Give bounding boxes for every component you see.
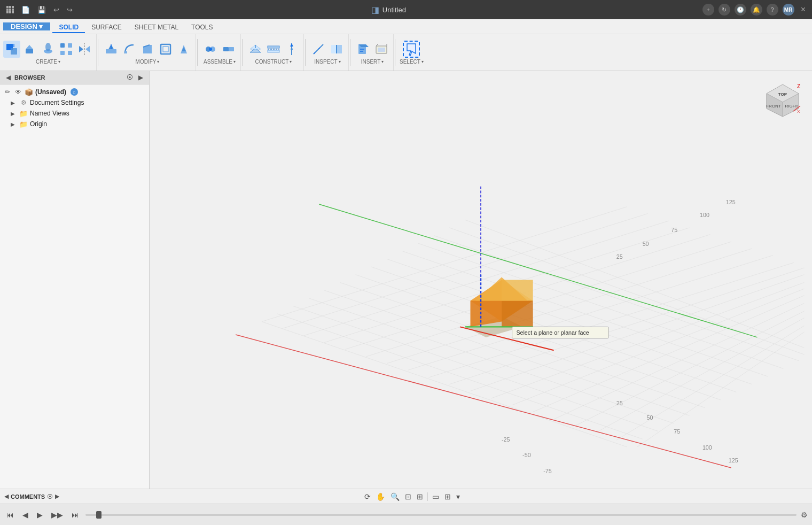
orbit-icon[interactable]: ⟳: [363, 491, 372, 502]
browser-doc-settings[interactable]: ▶ ⚙ Document Settings: [0, 97, 149, 108]
document-title: Untitled: [382, 6, 406, 14]
comments-right-button[interactable]: ▶: [55, 493, 59, 500]
svg-text:25: 25: [616, 400, 623, 406]
timeline-start-button[interactable]: ⏮: [4, 509, 16, 520]
browser-content: ✏ 👁 📦 (Unsaved) ⌂ ▶ ⚙ Document Settings …: [0, 84, 149, 489]
bottom-bar: ◀ COMMENTS ⦿ ▶ ⟳ ✋ 🔍 ⊡ ⊞ ▭ ⊞ ▾: [0, 489, 812, 504]
insert-icons: [355, 41, 390, 58]
construct-label[interactable]: CONSTRUCT▾: [255, 59, 292, 65]
undo-button[interactable]: ↩: [51, 5, 61, 15]
sep-5: [350, 39, 350, 66]
axis-icon[interactable]: [283, 41, 300, 58]
display-mode-icon[interactable]: ▭: [431, 491, 440, 502]
home-button[interactable]: ⌂: [71, 88, 78, 96]
svg-text:RIGHT: RIGHT: [785, 104, 799, 109]
press-pull-icon[interactable]: [103, 41, 120, 58]
comments-expand-button[interactable]: ◀: [4, 493, 9, 500]
midplane-icon[interactable]: [265, 41, 282, 58]
timeline-marker[interactable]: [96, 511, 102, 519]
save-button[interactable]: 💾: [35, 5, 48, 15]
svg-line-40: [314, 52, 315, 54]
timeline-track[interactable]: [85, 514, 797, 516]
timeline-forward-button[interactable]: ▶▶: [49, 509, 65, 520]
tab-solid[interactable]: SOLID: [52, 22, 85, 33]
select-icon[interactable]: [403, 41, 420, 58]
browser-named-views[interactable]: ▶ 📁 Named Views: [0, 108, 149, 119]
svg-line-63: [403, 251, 768, 376]
expand-arrow-views: ▶: [11, 111, 17, 117]
timeline-end-button[interactable]: ⏭: [69, 509, 81, 520]
refresh-button[interactable]: ↻: [719, 4, 730, 16]
sidebar-expand-button[interactable]: ▶: [137, 73, 145, 82]
pan-icon[interactable]: ✋: [375, 491, 386, 502]
svg-text:100: 100: [700, 212, 709, 218]
browser-root-item[interactable]: ✏ 👁 📦 (Unsaved) ⌂: [0, 87, 149, 97]
svg-text:X: X: [797, 109, 800, 114]
svg-line-74: [387, 249, 752, 364]
pattern-icon[interactable]: [58, 41, 75, 58]
sidebar-circle-button[interactable]: ⦿: [125, 73, 135, 82]
file-menu-button[interactable]: 📄: [19, 5, 32, 15]
sidebar-controls: ⦿ ▶: [125, 73, 145, 82]
shell-icon[interactable]: [157, 41, 174, 58]
new-component-icon[interactable]: [3, 41, 20, 58]
insert-icon[interactable]: [355, 41, 372, 58]
add-button[interactable]: +: [702, 4, 714, 16]
assemble-label[interactable]: ASSEMBLE▾: [204, 59, 236, 65]
create-icons: [3, 41, 93, 58]
bell-button[interactable]: 🔔: [751, 4, 762, 16]
create-label[interactable]: CREATE▾: [36, 59, 60, 65]
sidebar-collapse-button[interactable]: ◀: [4, 73, 12, 82]
assemble-icons: [202, 41, 237, 58]
motion-icon[interactable]: [220, 41, 237, 58]
viewport-cube[interactable]: TOP RIGHT FRONT Z X: [764, 82, 801, 119]
comments-settings-button[interactable]: ⦿: [47, 493, 53, 500]
help-button[interactable]: ?: [767, 4, 778, 16]
title-bar-right: + ↻ 🕐 🔔 ? MR ×: [702, 4, 808, 16]
svg-rect-1: [11, 48, 17, 55]
svg-text:50: 50: [646, 414, 653, 421]
timeline-back-button[interactable]: ◀: [20, 509, 30, 520]
svg-line-51: [376, 44, 378, 46]
zoom-window-icon[interactable]: ⊞: [416, 491, 424, 502]
zoom-fit-icon[interactable]: ⊡: [404, 491, 412, 502]
close-button[interactable]: ×: [799, 5, 808, 14]
tab-tools[interactable]: TOOLS: [185, 22, 219, 33]
inspect-label[interactable]: INSPECT▾: [314, 59, 340, 65]
app-menu-button[interactable]: [4, 5, 16, 14]
tab-sheet-metal[interactable]: SHEET METAL: [128, 22, 185, 33]
insert-section: INSERT▾: [352, 34, 394, 71]
user-button[interactable]: MR: [783, 4, 794, 16]
svg-text:FRONT: FRONT: [766, 104, 781, 109]
sep-1: [98, 39, 98, 66]
canvas-icon[interactable]: [373, 41, 390, 58]
sep-2: [197, 39, 198, 66]
tab-surface[interactable]: SURFACE: [85, 22, 128, 33]
display-settings-icon[interactable]: ▾: [455, 491, 461, 502]
offset-plane-icon[interactable]: [247, 41, 264, 58]
timeline-settings-icon[interactable]: ⚙: [801, 511, 808, 519]
measure-icon[interactable]: [310, 41, 327, 58]
joint-icon[interactable]: [202, 41, 219, 58]
draft-icon[interactable]: [175, 41, 192, 58]
zoom-icon[interactable]: 🔍: [389, 491, 401, 502]
revolve-icon[interactable]: [40, 41, 57, 58]
origin-label: Origin: [30, 120, 47, 128]
construct-icons: [247, 41, 300, 58]
redo-button[interactable]: ↪: [65, 5, 75, 15]
expand-arrow-doc: ▶: [11, 100, 17, 106]
grid-settings-icon[interactable]: ⊞: [443, 491, 452, 502]
select-label[interactable]: SELECT▾: [400, 59, 424, 65]
extrude-icon[interactable]: [21, 41, 38, 58]
section-analysis-icon[interactable]: [328, 41, 345, 58]
viewport[interactable]: 125 100 75 50 25 125 100 75 50 25 -25 -5…: [150, 71, 812, 489]
design-menu-button[interactable]: DESIGN ▾: [3, 22, 50, 30]
browser-origin[interactable]: ▶ 📁 Origin: [0, 119, 149, 129]
modify-label[interactable]: MODIFY▾: [136, 59, 160, 65]
insert-label[interactable]: INSERT▾: [361, 59, 384, 65]
chamfer-icon[interactable]: [139, 41, 156, 58]
fillet-icon[interactable]: [121, 41, 138, 58]
clock-button[interactable]: 🕐: [735, 4, 746, 16]
mirror-icon[interactable]: [76, 41, 93, 58]
timeline-play-button[interactable]: ▶: [35, 509, 45, 520]
